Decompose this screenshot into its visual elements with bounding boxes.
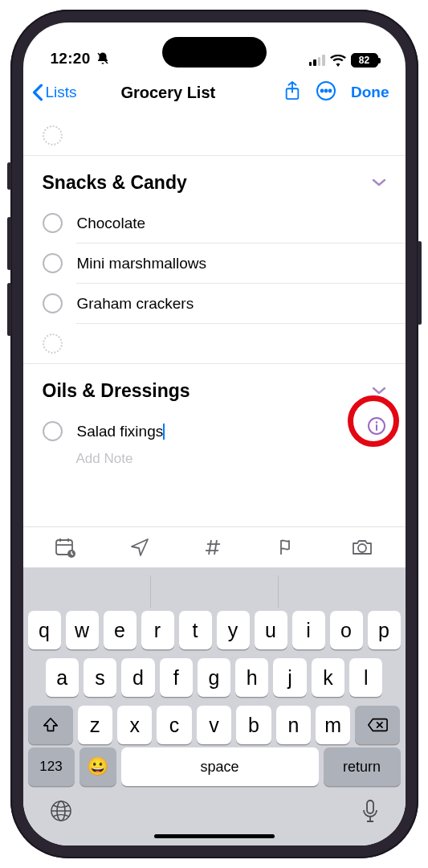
key-u[interactable]: u <box>255 611 287 649</box>
emoji-key[interactable]: 😀 <box>79 747 116 786</box>
key-k[interactable]: k <box>312 658 344 697</box>
mic-key[interactable] <box>361 799 380 828</box>
radio-unchecked[interactable] <box>43 253 63 273</box>
share-button[interactable] <box>283 80 301 104</box>
calendar-button[interactable] <box>54 537 76 558</box>
key-l[interactable]: l <box>349 658 382 697</box>
backspace-key[interactable] <box>355 706 400 744</box>
return-key[interactable]: return <box>324 747 401 786</box>
quick-toolbar <box>23 526 406 567</box>
key-v[interactable]: v <box>197 706 231 744</box>
numbers-key[interactable]: 123 <box>28 747 75 786</box>
svg-point-18 <box>358 544 366 552</box>
key-w[interactable]: w <box>66 611 99 649</box>
tag-button[interactable] <box>202 537 223 558</box>
reminders-list[interactable]: Snacks & Candy Chocolate Mini marshmallo… <box>23 116 406 526</box>
emoji-icon: 😀 <box>87 756 108 777</box>
battery-icon: 82 <box>351 53 378 68</box>
key-t[interactable]: t <box>179 611 212 649</box>
navigation-bar: Lists Grocery List Done <box>23 69 406 116</box>
section-title: Oils & Dressings <box>43 380 190 402</box>
battery-percent: 82 <box>359 55 369 66</box>
location-icon <box>129 537 150 558</box>
key-o[interactable]: o <box>330 611 363 649</box>
item-label: Mini marshmallows <box>77 255 207 272</box>
add-note-field[interactable]: Add Note <box>76 451 406 477</box>
globe-key[interactable] <box>49 799 73 828</box>
power-button[interactable] <box>418 241 422 325</box>
shift-icon <box>42 716 59 734</box>
key-g[interactable]: g <box>198 658 230 697</box>
info-circle-icon <box>367 416 386 436</box>
item-label: Chocolate <box>77 215 146 232</box>
screen: 12:20 82 <box>23 23 406 845</box>
key-j[interactable]: j <box>273 658 306 697</box>
radio-unchecked[interactable] <box>43 421 63 441</box>
list-item-editing[interactable]: Salad fixings <box>23 411 406 451</box>
key-m[interactable]: m <box>316 706 350 744</box>
keyboard-row-1: q w e r t y u i o p <box>28 611 401 649</box>
radio-empty <box>43 334 63 354</box>
key-e[interactable]: e <box>104 611 137 649</box>
item-label[interactable]: Salad fixings <box>77 423 165 440</box>
ellipsis-circle-icon <box>316 80 336 101</box>
section-header-oils[interactable]: Oils & Dressings <box>23 364 406 411</box>
volume-up-button[interactable] <box>7 217 11 270</box>
shift-key[interactable] <box>28 706 73 744</box>
camera-icon <box>350 538 374 557</box>
home-indicator[interactable] <box>154 834 275 838</box>
key-f[interactable]: f <box>160 658 193 697</box>
page-title: Grocery List <box>59 84 277 102</box>
key-i[interactable]: i <box>292 611 325 649</box>
key-x[interactable]: x <box>117 706 152 744</box>
svg-point-5 <box>329 90 332 92</box>
keyboard-row-3: z x c v b n m <box>28 706 401 744</box>
status-time: 12:20 <box>51 50 91 68</box>
new-reminder-row[interactable] <box>23 324 406 363</box>
key-a[interactable]: a <box>46 658 79 697</box>
phone-frame: 12:20 82 <box>10 10 418 858</box>
new-reminder-row[interactable] <box>23 116 406 155</box>
svg-line-16 <box>209 540 211 555</box>
key-y[interactable]: y <box>217 611 250 649</box>
bell-slash-icon <box>96 51 110 66</box>
radio-empty <box>43 125 63 145</box>
volume-down-button[interactable] <box>7 283 11 336</box>
location-button[interactable] <box>129 537 150 558</box>
list-item[interactable]: Graham crackers <box>23 284 406 323</box>
list-item[interactable]: Mini marshmallows <box>23 244 406 283</box>
done-button[interactable]: Done <box>351 84 389 101</box>
info-button[interactable] <box>367 416 386 439</box>
signal-icon <box>309 55 325 66</box>
silence-switch[interactable] <box>7 162 11 190</box>
key-q[interactable]: q <box>28 611 61 649</box>
key-c[interactable]: c <box>157 706 191 744</box>
key-n[interactable]: n <box>276 706 311 744</box>
chevron-down-icon[interactable] <box>372 384 386 399</box>
item-label: Graham crackers <box>77 295 194 313</box>
key-p[interactable]: p <box>368 611 401 649</box>
radio-unchecked[interactable] <box>43 213 63 233</box>
key-s[interactable]: s <box>84 658 116 697</box>
key-r[interactable]: r <box>141 611 174 649</box>
key-z[interactable]: z <box>78 706 112 744</box>
keyboard-row-4: 123 😀 space return <box>23 747 406 792</box>
chevron-down-icon[interactable] <box>372 176 386 190</box>
more-button[interactable] <box>316 80 336 104</box>
share-icon <box>283 80 301 101</box>
space-key[interactable]: space <box>121 747 319 786</box>
list-item[interactable]: Chocolate <box>23 203 406 243</box>
key-d[interactable]: d <box>121 658 154 697</box>
keyboard[interactable]: q w e r t y u i o p a s d f g h <box>23 567 406 845</box>
svg-rect-24 <box>367 800 373 813</box>
section-title: Snacks & Candy <box>43 172 187 194</box>
flag-icon <box>276 537 297 558</box>
key-h[interactable]: h <box>235 658 268 697</box>
section-header-snacks[interactable]: Snacks & Candy <box>23 156 406 203</box>
keyboard-suggestions[interactable] <box>23 575 406 608</box>
camera-button[interactable] <box>350 538 374 557</box>
key-b[interactable]: b <box>236 706 271 744</box>
flag-button[interactable] <box>276 537 297 558</box>
radio-unchecked[interactable] <box>43 293 63 313</box>
text-cursor <box>163 424 165 440</box>
